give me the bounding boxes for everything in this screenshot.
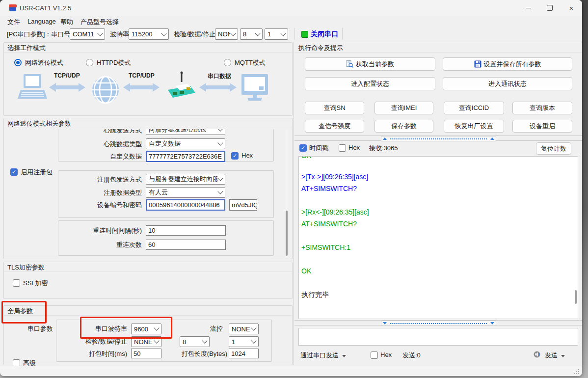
params-scrollbar-thumb[interactable] bbox=[286, 211, 288, 256]
minimize-button[interactable] bbox=[517, 0, 539, 16]
radio-mqtt[interactable] bbox=[224, 59, 231, 66]
send-hex-label[interactable]: Hex bbox=[380, 351, 392, 358]
query-imei-button[interactable]: 查询IMEI bbox=[374, 102, 433, 114]
close-button[interactable]: × bbox=[561, 0, 582, 16]
reconn-interval-input[interactable]: 10 bbox=[146, 225, 226, 236]
menu-product-select[interactable]: 产品型号选择 bbox=[79, 17, 120, 27]
set-save-all-button[interactable]: 设置并保存所有参数 bbox=[443, 57, 572, 71]
query-sn-button[interactable]: 查询SN bbox=[305, 102, 364, 114]
radio-net-passthrough-label[interactable]: 网络透传模式 bbox=[25, 58, 63, 67]
custom-data-hex-label: Hex bbox=[241, 152, 253, 159]
reconn-interval-label: 重连时间间隔(秒) bbox=[34, 226, 142, 235]
resize-grip-icon[interactable] bbox=[574, 369, 579, 374]
ssl-label[interactable]: SSL加密 bbox=[23, 279, 48, 288]
baud-select[interactable]: 115200 bbox=[129, 28, 169, 40]
serial-baud-label: 串口波特率 bbox=[69, 324, 127, 333]
custom-data-input[interactable]: 7777772E7573722E636E bbox=[146, 151, 225, 162]
reg-type-label: 注册数据类型 bbox=[34, 189, 142, 197]
menu-file[interactable]: 文件 bbox=[6, 17, 22, 27]
chevron-down-icon bbox=[251, 325, 256, 330]
radio-dot-icon bbox=[16, 61, 20, 64]
query-version-button[interactable]: 查询版本 bbox=[512, 102, 572, 114]
diagram-link3-label: 串口数据 bbox=[208, 72, 231, 81]
heartbeat-type-select[interactable]: 自定义数据 bbox=[146, 138, 225, 149]
panel-divider[interactable] bbox=[294, 42, 294, 365]
pack-time-input[interactable]: 50 bbox=[131, 349, 161, 358]
save-icon bbox=[474, 60, 481, 68]
splitter-grip[interactable] bbox=[381, 321, 496, 326]
serial-parity-select[interactable]: NONE bbox=[131, 336, 161, 347]
enable-reg-checkbox[interactable]: ✓ bbox=[10, 168, 18, 176]
factory-reset-button[interactable]: 恢复出厂设置 bbox=[444, 120, 504, 133]
send-button[interactable]: 发送 bbox=[545, 351, 565, 360]
command-header-underline bbox=[294, 52, 582, 53]
close-port-button[interactable]: 关闭串口 bbox=[311, 30, 338, 39]
timestamp-checkbox[interactable]: ✓ bbox=[299, 144, 307, 152]
net-params-section: 网络透传模式相关参数 心跳发送方式 向服务器发送心跳包 心跳数据类型 自定义数据… bbox=[3, 118, 293, 259]
app-icon bbox=[9, 4, 17, 12]
device-id-input[interactable]: 00059614000000044886 bbox=[146, 199, 225, 211]
maximize-icon bbox=[547, 5, 553, 11]
splitter-top[interactable] bbox=[294, 135, 582, 141]
parity-select[interactable]: NONI bbox=[215, 28, 238, 40]
ssl-checkbox[interactable] bbox=[13, 279, 20, 287]
device-reboot-button[interactable]: 设备重启 bbox=[512, 120, 572, 133]
net-params-header: 网络透传模式相关参数 bbox=[4, 118, 292, 128]
flow-label: 流控 bbox=[194, 324, 223, 333]
triangle-up-icon bbox=[490, 137, 494, 140]
heartbeat-send-select[interactable]: 向服务器发送心跳包 bbox=[146, 129, 225, 135]
serial-databits-select[interactable]: 8 bbox=[180, 336, 210, 347]
reg-send-select[interactable]: 与服务器建立连接时向服务 bbox=[146, 174, 225, 185]
menu-bar: 文件 Language 帮助 产品型号选择 bbox=[0, 16, 582, 27]
port-open-status-icon bbox=[301, 31, 308, 38]
radio-httpd-label[interactable]: HTTPD模式 bbox=[97, 58, 131, 67]
log-line: OK bbox=[301, 156, 311, 160]
query-iccid-button[interactable]: 查询ICCID bbox=[444, 102, 504, 114]
maximize-button[interactable] bbox=[539, 0, 561, 16]
receive-log[interactable]: OK >[Tx->][09:26:35][asc] AT+SIMSWITCH? … bbox=[298, 156, 578, 319]
custom-data-hex-checkbox[interactable]: ✓ bbox=[231, 152, 239, 160]
pack-len-input[interactable]: 1024 bbox=[229, 349, 259, 358]
caret-down-icon bbox=[342, 355, 346, 357]
radio-httpd[interactable] bbox=[86, 59, 93, 66]
device-id-label: 设备编号和密码 bbox=[34, 201, 142, 210]
chevron-down-icon bbox=[202, 338, 207, 343]
splitter-bottom[interactable] bbox=[294, 320, 582, 325]
flow-select[interactable]: NONE bbox=[229, 324, 259, 334]
menu-help[interactable]: 帮助 bbox=[59, 17, 75, 27]
get-params-button[interactable]: 获取当前参数 bbox=[305, 57, 435, 71]
reset-count-button[interactable]: 复位计数 bbox=[536, 142, 571, 155]
send-via-dropdown[interactable]: 通过串口发送 bbox=[300, 351, 346, 360]
serial-stopbits-select[interactable]: 1 bbox=[229, 336, 259, 347]
receive-hex-label[interactable]: Hex bbox=[348, 144, 360, 151]
heartbeat-type-label: 心跳数据类型 bbox=[34, 140, 142, 149]
serial-baud-select[interactable]: 9600 bbox=[131, 324, 161, 334]
heartbeat-send-label: 心跳发送方式 bbox=[34, 129, 142, 135]
enter-config-button[interactable]: 进入配置状态 bbox=[305, 77, 435, 90]
send-input-area[interactable] bbox=[298, 328, 578, 346]
databits-select[interactable]: 8 bbox=[240, 28, 263, 40]
chevron-down-icon bbox=[161, 30, 166, 36]
chevron-down-icon bbox=[154, 338, 159, 343]
stopbits-select[interactable]: 1 bbox=[265, 28, 288, 40]
query-signal-button[interactable]: 查信号强度 bbox=[305, 120, 364, 133]
double-arrow-icon bbox=[199, 82, 237, 93]
reconn-times-input[interactable]: 60 bbox=[146, 240, 226, 250]
timestamp-label[interactable]: 时间戳 bbox=[309, 144, 328, 153]
device-pwd-input[interactable]: mVd5JfQ bbox=[229, 199, 257, 211]
radio-net-passthrough[interactable] bbox=[14, 59, 22, 66]
save-params-button[interactable]: 保存参数 bbox=[374, 120, 433, 133]
enter-comm-button[interactable]: 进入通讯状态 bbox=[443, 77, 572, 90]
triangle-down-icon bbox=[383, 322, 387, 324]
splitter-grip[interactable] bbox=[381, 136, 496, 141]
menu-language[interactable]: Language bbox=[26, 17, 57, 26]
splitter-dots bbox=[390, 323, 487, 324]
receive-hex-checkbox[interactable] bbox=[339, 144, 346, 152]
radio-mqtt-label[interactable]: MQTT模式 bbox=[235, 58, 266, 67]
check-icon: ✓ bbox=[233, 153, 237, 159]
com-port-select[interactable]: COM11 bbox=[70, 28, 105, 40]
double-arrow-icon bbox=[49, 82, 85, 93]
log-scrollbar-thumb[interactable] bbox=[575, 290, 577, 304]
reg-type-select[interactable]: 有人云 bbox=[146, 187, 225, 198]
send-hex-checkbox[interactable] bbox=[371, 351, 378, 359]
